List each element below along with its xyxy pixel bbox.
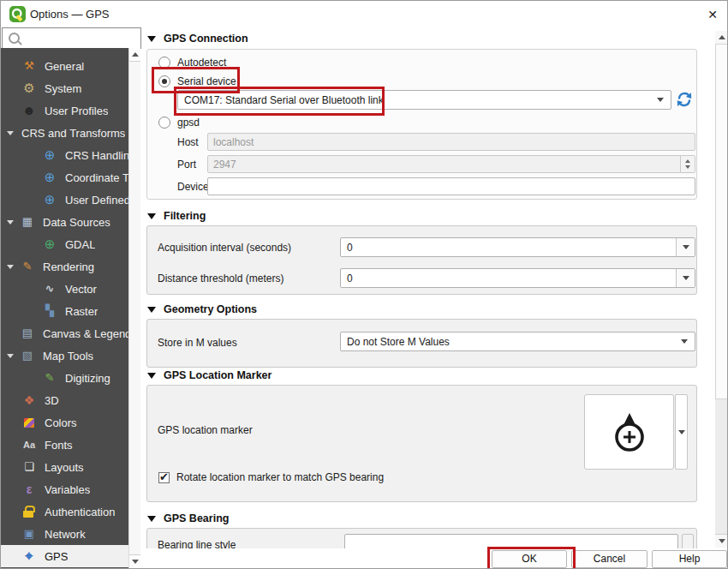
sidebar-item-map-tools[interactable]: Map Tools bbox=[1, 344, 128, 367]
gps-icon bbox=[21, 549, 37, 563]
acquisition-interval-combobox[interactable]: 0 bbox=[340, 237, 695, 257]
variables-icon bbox=[21, 482, 37, 496]
globe-icon bbox=[42, 237, 57, 251]
scroll-down-icon[interactable] bbox=[715, 534, 728, 548]
sidebar-item-variables[interactable]: Variables bbox=[1, 478, 128, 500]
autodetect-radio[interactable]: Autodetect bbox=[158, 57, 226, 69]
sidebar-item-digitizing[interactable]: Digitizing bbox=[1, 367, 128, 389]
chevron-down-icon bbox=[681, 339, 688, 344]
sidebar-item-rendering[interactable]: Rendering bbox=[1, 255, 128, 278]
sidebar-item-fonts[interactable]: Fonts bbox=[1, 434, 128, 456]
sidebar-item-canvas-legend[interactable]: Canvas & Legend bbox=[1, 322, 128, 344]
sidebar-item-raster[interactable]: Raster bbox=[1, 300, 128, 322]
section-header-gps-location-marker[interactable]: GPS Location Marker bbox=[147, 369, 272, 381]
chevron-down-icon bbox=[683, 245, 689, 249]
layouts-icon bbox=[21, 460, 37, 474]
section-header-gps-bearing[interactable]: GPS Bearing bbox=[147, 512, 229, 524]
sidebar-item-layouts[interactable]: Layouts bbox=[1, 456, 128, 478]
rotate-marker-checkbox[interactable]: Rotate location marker to match GPS bear… bbox=[158, 471, 384, 483]
serial-port-combobox[interactable]: COM17: Standard Serial over Bluetooth li… bbox=[177, 90, 671, 110]
qgis-logo bbox=[9, 6, 26, 22]
host-field[interactable] bbox=[207, 133, 695, 151]
acquisition-interval-label: Acquisition interval (seconds) bbox=[158, 242, 291, 254]
section-header-filtering[interactable]: Filtering bbox=[147, 210, 206, 222]
device-field[interactable] bbox=[207, 177, 695, 195]
store-m-values-combobox[interactable]: Do not Store M Values bbox=[340, 332, 695, 351]
port-field[interactable] bbox=[207, 155, 695, 173]
sidebar-item-coordinate-transforms[interactable]: Coordinate Tr bbox=[1, 166, 128, 189]
gps-marker-symbol-icon bbox=[610, 406, 649, 458]
marker-symbol-button[interactable] bbox=[584, 394, 674, 470]
radio-icon[interactable] bbox=[158, 57, 170, 69]
sidebar-item-crs-and-transforms[interactable]: CRS and Transforms bbox=[1, 122, 128, 144]
collapse-triangle-icon bbox=[147, 307, 156, 313]
scroll-down-icon[interactable] bbox=[129, 554, 140, 568]
collapse-triangle-icon bbox=[147, 36, 156, 42]
collapse-triangle-icon bbox=[147, 213, 156, 219]
host-label: Host bbox=[177, 136, 199, 148]
sidebar-item-3d[interactable]: 3D bbox=[1, 389, 128, 411]
device-label: Device bbox=[177, 181, 209, 193]
gps-location-marker-group: GPS location marker Rotate location mark… bbox=[146, 385, 697, 502]
radio-selected-icon[interactable] bbox=[158, 75, 170, 87]
distance-threshold-combobox[interactable]: 0 bbox=[340, 268, 695, 288]
port-spinner[interactable] bbox=[680, 156, 695, 172]
sidebar-item-general[interactable]: General bbox=[1, 55, 128, 77]
marker-dropdown-button[interactable] bbox=[675, 394, 688, 470]
collapse-triangle-icon bbox=[7, 220, 14, 225]
globe-icon bbox=[42, 171, 57, 184]
brush-icon bbox=[20, 260, 35, 273]
spin-down-icon[interactable] bbox=[685, 165, 690, 169]
search-input[interactable] bbox=[2, 27, 141, 49]
distance-threshold-label: Distance threshold (meters) bbox=[158, 273, 283, 284]
refresh-icon[interactable] bbox=[677, 92, 692, 107]
filtering-group: Acquisition interval (seconds) 0 Distanc… bbox=[146, 225, 697, 295]
cancel-button[interactable]: Cancel bbox=[571, 550, 647, 568]
collapse-triangle-icon bbox=[7, 354, 14, 358]
sidebar-item-colors[interactable]: Colors bbox=[1, 411, 128, 434]
gps-location-marker-label: GPS location marker bbox=[158, 424, 253, 436]
sidebar-item-data-sources[interactable]: Data Sources bbox=[1, 211, 128, 233]
port-label: Port bbox=[177, 159, 196, 171]
scroll-up-icon[interactable] bbox=[715, 31, 728, 45]
main-scrollbar[interactable] bbox=[715, 31, 728, 548]
sidebar-item-network[interactable]: Network bbox=[1, 523, 128, 545]
gpsd-radio[interactable]: gpsd bbox=[158, 117, 200, 129]
help-button[interactable]: Help bbox=[652, 550, 727, 568]
cube-3d-icon bbox=[21, 393, 37, 407]
close-icon[interactable]: ✕ bbox=[701, 4, 724, 25]
sidebar-item-crs-handling[interactable]: CRS Handling bbox=[1, 144, 128, 166]
radio-icon[interactable] bbox=[158, 117, 170, 129]
section-header-gps-connection[interactable]: GPS Connection bbox=[147, 33, 248, 45]
options-dialog: Options — GPS ✕ General System User Prof… bbox=[0, 0, 728, 569]
ok-button[interactable]: OK bbox=[492, 550, 567, 568]
serial-device-radio[interactable]: Serial device bbox=[158, 75, 236, 87]
network-icon bbox=[21, 527, 37, 541]
sidebar-scrollbar[interactable] bbox=[128, 48, 140, 568]
globe-icon bbox=[42, 193, 57, 207]
geometry-options-group: Store in M values Do not Store M Values bbox=[146, 319, 697, 368]
checkbox-checked-icon[interactable] bbox=[158, 472, 170, 483]
sidebar-item-gdal[interactable]: GDAL bbox=[1, 233, 128, 255]
sidebar: General System User Profiles CRS and Tra… bbox=[1, 48, 128, 568]
scrollbar-thumb[interactable] bbox=[715, 44, 728, 399]
digitizing-icon bbox=[42, 371, 57, 385]
scroll-up-icon[interactable] bbox=[129, 48, 140, 62]
sidebar-item-user-profiles[interactable]: User Profiles bbox=[1, 99, 128, 122]
globe-icon bbox=[42, 148, 57, 162]
sidebar-item-user-defined[interactable]: User Defined bbox=[1, 189, 128, 211]
sidebar-item-authentication[interactable]: Authentication bbox=[1, 500, 128, 523]
section-header-geometry-options[interactable]: Geometry Options bbox=[147, 303, 257, 315]
colors-icon bbox=[21, 416, 37, 429]
sidebar-item-system[interactable]: System bbox=[1, 77, 128, 99]
collapse-triangle-icon bbox=[7, 265, 14, 269]
dropdown-button[interactable] bbox=[676, 269, 695, 287]
gear-icon bbox=[21, 81, 37, 95]
search-icon bbox=[9, 33, 20, 44]
spin-up-icon[interactable] bbox=[685, 159, 690, 163]
gps-connection-group: Autodetect Serial device COM17: Standard… bbox=[146, 49, 697, 200]
sidebar-item-gps[interactable]: GPS bbox=[1, 545, 128, 567]
window-title: Options — GPS bbox=[30, 8, 109, 21]
dropdown-button[interactable] bbox=[676, 238, 695, 256]
sidebar-item-vector[interactable]: Vector bbox=[1, 278, 128, 300]
